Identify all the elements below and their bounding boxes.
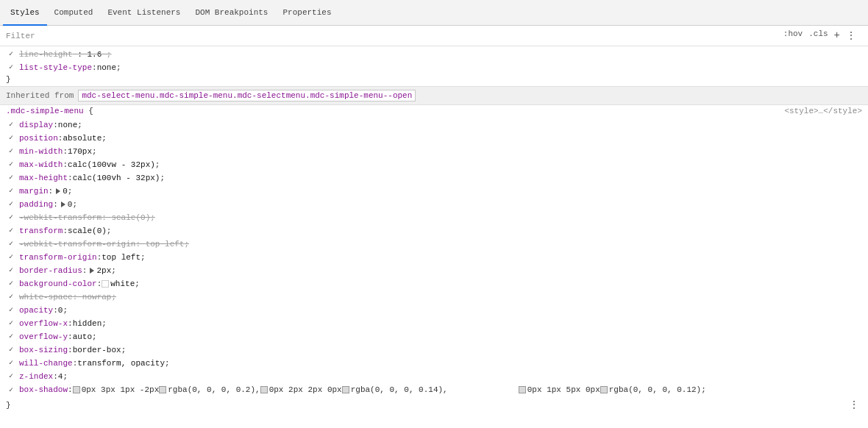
line-content: border-radius: 2px; [19,265,862,277]
prop-border-radius: border-radius: 2px; [0,264,868,277]
prop-max-height: max-height: calc(100vh - 32px); [0,171,868,185]
line-content: white-space: nowrap; [19,291,862,303]
box-shadow-swatch-1[interactable] [73,386,80,393]
line-content: opacity: 0; [19,304,862,316]
padding-expand-icon[interactable] [61,201,65,207]
checkbox-box-shadow[interactable] [6,385,16,396]
checkbox-transform[interactable] [6,226,16,236]
border-radius-expand-icon[interactable] [90,268,94,274]
cls-button[interactable]: .cls [808,29,828,42]
tab-styles[interactable]: Styles [3,0,47,26]
prop-background-color: background-color: white; [0,277,868,290]
line-content: line-height : 1.6 ; [19,49,862,60]
prop-box-sizing: box-sizing: border-box; [0,343,868,357]
line-content: -webkit-transform-origin: top left; [19,238,862,250]
prop-overflow-x: overflow-x: hidden; [0,317,868,330]
checkbox-min-width[interactable] [6,146,16,157]
prop-transform-origin: transform-origin: top left; [0,251,868,264]
box-shadow-swatch-5[interactable] [519,386,526,393]
checkbox-icon[interactable] [6,63,16,73]
checkbox-background-color[interactable] [6,279,16,289]
line-content: overflow-y: auto; [19,331,862,343]
hov-button[interactable]: :hov [783,29,803,42]
checkbox-white-space[interactable] [6,292,16,302]
line-content: -webkit-transform: scale(0); [19,212,862,224]
checkbox-border-radius[interactable] [6,265,16,276]
prop-min-width: min-width: 170px; [0,145,868,158]
add-rule-button[interactable]: + [834,29,840,42]
inherited-selector: mdc-select-menu.mdc-simple-menu.mdc-sele… [78,90,416,101]
selector-text: .mdc-simple-menu { [6,107,93,115]
filter-actions: :hov .cls + ⋮ [783,29,862,42]
prop-box-shadow: box-shadow: 0px 3px 1px -2px rgba(0, 0, … [0,383,868,396]
prop-webkit-transform: -webkit-transform: scale(0); [0,211,868,224]
line-content: min-width: 170px; [19,146,862,157]
styles-content: line-height : 1.6 ; list-style-type : no… [0,46,868,428]
filter-placeholder[interactable]: Filter [6,32,35,40]
line-content: max-width: calc(100vw - 32px); [19,159,862,171]
checkbox-opacity[interactable] [6,305,16,315]
checkbox-icon[interactable] [6,49,16,60]
line-content: position: absolute; [19,132,862,144]
code-line: line-height : 1.6 ; [0,48,868,61]
prop-position: position: absolute; [0,132,868,145]
checkbox-transform-origin[interactable] [6,252,16,263]
prop-opacity: opacity: 0; [0,304,868,317]
line-content: box-shadow: 0px 3px 1px -2px rgba(0, 0, … [19,384,862,396]
closing-brace: } [0,74,868,85]
tab-properties[interactable]: Properties [275,0,338,26]
strikethrough-prop: line-height : 1.6 ; [19,49,111,60]
prop-overflow-y: overflow-y: auto; [0,330,868,343]
prop-white-space: white-space: nowrap; [0,290,868,304]
prop-display: display: none; [0,118,868,132]
prop-will-change: will-change: transform, opacity; [0,357,868,370]
checkbox-display[interactable] [6,120,16,130]
line-content: transform-origin: top left; [19,252,862,263]
line-content: list-style-type : none ; [19,62,862,74]
tab-dom-breakpoints[interactable]: DOM Breakpoints [188,0,275,26]
more-vertical-icon[interactable]: ⋮ [849,399,859,411]
line-content: padding: 0; [19,199,862,210]
line-content: box-sizing: border-box; [19,344,862,356]
box-shadow-swatch-3[interactable] [260,386,268,393]
checkbox-max-width[interactable] [6,160,16,170]
line-content: background-color: white; [19,278,862,290]
checkbox-margin[interactable] [6,186,16,196]
checkbox-overflow-y[interactable] [6,332,16,342]
tab-computed[interactable]: Computed [47,0,101,26]
properties-section: display: none; position: absolute; min-w… [0,117,868,398]
checkbox-max-height[interactable] [6,173,16,183]
code-line: list-style-type : none ; [0,61,868,74]
prop-value: 1.6 [87,50,102,59]
box-shadow-swatch-2[interactable] [159,386,166,393]
checkbox-webkit-transform[interactable] [6,213,16,223]
checkbox-z-index[interactable] [6,371,16,382]
line-content: overflow-x: hidden; [19,318,862,329]
selector: .mdc-simple-menu [6,107,84,115]
checkbox-padding[interactable] [6,199,16,210]
margin-expand-icon[interactable] [56,188,60,194]
closing-brace-row: } ⋮ [0,398,868,412]
closing-brace-text: } [6,401,11,410]
box-shadow-swatch-4[interactable] [342,386,349,393]
background-color-swatch[interactable] [102,280,109,288]
checkbox-webkit-transform-origin[interactable] [6,239,16,249]
filter-bar: Filter :hov .cls + ⋮ [0,26,868,46]
prop-margin: margin: 0; [0,185,868,198]
prop-name: list-style-type [19,62,92,74]
source-link[interactable]: <style>…</style> [784,107,862,115]
checkbox-box-sizing[interactable] [6,345,16,355]
checkbox-will-change[interactable] [6,358,16,368]
prev-rule-section: line-height : 1.6 ; list-style-type : no… [0,46,868,86]
line-content: transform: scale(0); [19,225,862,237]
prop-name: line-height [19,50,73,59]
checkbox-position[interactable] [6,133,16,143]
line-content: max-height: calc(100vh - 32px); [19,172,862,184]
prop-padding: padding: 0; [0,198,868,211]
tab-event-listeners[interactable]: Event Listeners [100,0,188,26]
box-shadow-swatch-6[interactable] [600,386,608,393]
prop-value: none [97,62,116,74]
more-options-icon[interactable]: ⋮ [846,29,856,42]
checkbox-overflow-x[interactable] [6,318,16,329]
tabs-bar: Styles Computed Event Listeners DOM Brea… [0,0,868,26]
